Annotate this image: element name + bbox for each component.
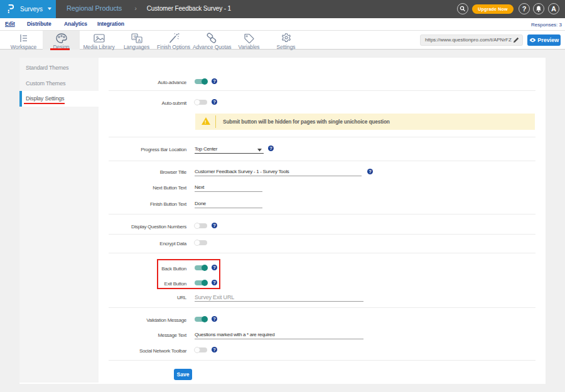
svg-text:A: A bbox=[137, 38, 141, 43]
svg-text:文: 文 bbox=[133, 34, 137, 39]
